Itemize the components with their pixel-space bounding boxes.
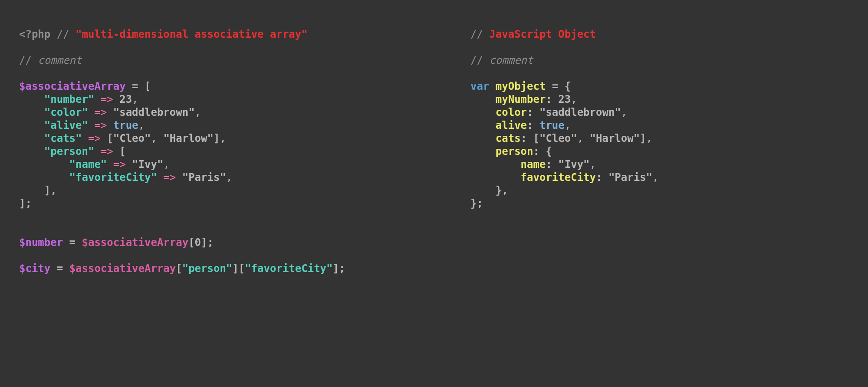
colon: :: [546, 158, 552, 171]
comma: ,: [590, 158, 596, 171]
js-comment-text: comment: [489, 54, 533, 66]
colon: :: [527, 119, 533, 131]
comma: ,: [577, 132, 590, 144]
js-value-cat1: "Cleo": [539, 132, 577, 144]
php-arrow: =>: [94, 106, 107, 118]
comma: ,: [226, 171, 232, 184]
js-key-cats: cats: [496, 132, 521, 144]
php-key-alive: "alive": [44, 119, 88, 131]
equals: =: [50, 262, 69, 275]
php-key-person: "person": [44, 145, 95, 157]
comment-slashes: //: [470, 28, 483, 40]
js-keyword-var: var: [470, 80, 489, 92]
colon: :: [546, 93, 552, 105]
bracket-close: ]: [333, 262, 339, 275]
brace-open: {: [546, 145, 552, 157]
bracket-close-nested: ],: [44, 184, 57, 197]
php-comment-text: comment: [38, 54, 82, 66]
php-value-paris: "Paris": [182, 171, 226, 184]
php-arrow: =>: [113, 158, 126, 171]
bracket-close: ]: [232, 262, 238, 275]
php-key-cats: "cats": [44, 132, 82, 144]
comma: ,: [163, 158, 169, 171]
bracket-close: ]: [201, 236, 207, 249]
comma: ,: [646, 132, 652, 144]
php-key-favoritecity: "favoriteCity": [69, 171, 157, 184]
bracket-close: ]: [640, 132, 646, 144]
comma: ,: [220, 132, 226, 144]
bracket-close: ]: [214, 132, 220, 144]
php-var-assoc: $associativeArray: [19, 80, 126, 92]
bracket-open: [: [533, 132, 539, 144]
php-key-number: "number": [44, 93, 95, 105]
equals-open-brace: = {: [546, 80, 571, 92]
js-key-name: name: [521, 158, 546, 171]
js-key-alive: alive: [496, 119, 527, 131]
php-arrow: =>: [101, 145, 113, 157]
index-zero: 0: [195, 236, 201, 249]
js-title-comment: JavaScript Object: [489, 28, 596, 40]
php-var-assoc-ref: $associativeArray: [69, 262, 176, 275]
colon: :: [521, 132, 527, 144]
php-var-assoc-ref: $associativeArray: [82, 236, 189, 249]
js-value-true: true: [539, 119, 565, 131]
js-value-saddlebrown: "saddlebrown": [539, 106, 621, 118]
semicolon: ;: [207, 236, 214, 249]
php-var-city: $city: [19, 262, 50, 275]
bracket-open: [: [119, 145, 125, 157]
code-comparison: <?php // "multi-dimensional associative …: [0, 0, 868, 303]
comment-slashes: //: [57, 28, 69, 40]
js-key-favoritecity: favoriteCity: [521, 171, 596, 184]
semicolon: ;: [339, 262, 345, 275]
colon: :: [527, 106, 533, 118]
js-code-panel: // JavaScript Object // comment var myOb…: [453, 28, 844, 275]
bracket-open: [: [107, 132, 113, 144]
php-access-person: "person": [182, 262, 233, 275]
php-code-panel: <?php // "multi-dimensional associative …: [19, 28, 427, 275]
comment-slashes: //: [470, 54, 483, 66]
bracket-open: [: [239, 262, 245, 275]
js-value-23: 23: [558, 93, 571, 105]
comma: ,: [195, 106, 201, 118]
php-value-23: 23: [119, 93, 132, 105]
php-arrow: =>: [88, 132, 101, 144]
js-value-ivy: "Ivy": [558, 158, 589, 171]
php-value-saddlebrown: "saddlebrown": [113, 106, 195, 118]
comma: ,: [652, 171, 658, 184]
js-value-paris: "Paris": [608, 171, 652, 184]
php-value-cat2: "Harlow": [163, 132, 214, 144]
php-var-number: $number: [19, 236, 63, 249]
php-title-comment: "multi-dimensional associative array": [76, 28, 308, 40]
php-open-tag: <?php: [19, 28, 50, 40]
colon: :: [533, 145, 539, 157]
brace-close-outer: };: [470, 197, 483, 210]
php-arrow: =>: [163, 171, 176, 184]
equals: =: [63, 236, 82, 249]
php-value-ivy: "Ivy": [132, 158, 163, 171]
comma: ,: [571, 93, 577, 105]
php-access-favoritecity: "favoriteCity": [245, 262, 332, 275]
equals-open-bracket: = [: [126, 80, 151, 92]
php-value-cat1: "Cleo": [113, 132, 151, 144]
js-ident-myobject: myObject: [496, 80, 546, 92]
bracket-open: [: [188, 236, 194, 249]
comment-slashes: //: [19, 54, 32, 66]
comma: ,: [151, 132, 163, 144]
js-key-mynumber: myNumber: [496, 93, 546, 105]
js-key-person: person: [496, 145, 533, 157]
bracket-open: [: [176, 262, 182, 275]
comma: ,: [132, 93, 138, 105]
js-key-color: color: [496, 106, 527, 118]
php-key-color: "color": [44, 106, 88, 118]
php-value-true: true: [113, 119, 138, 131]
js-value-cat2: "Harlow": [590, 132, 640, 144]
comma: ,: [138, 119, 145, 131]
bracket-close-outer: ];: [19, 197, 32, 210]
php-key-name: "name": [69, 158, 107, 171]
brace-close-nested: },: [496, 184, 508, 197]
comma: ,: [621, 106, 627, 118]
comma: ,: [565, 119, 571, 131]
colon: :: [596, 171, 602, 184]
php-arrow: =>: [94, 119, 107, 131]
php-arrow: =>: [101, 93, 113, 105]
